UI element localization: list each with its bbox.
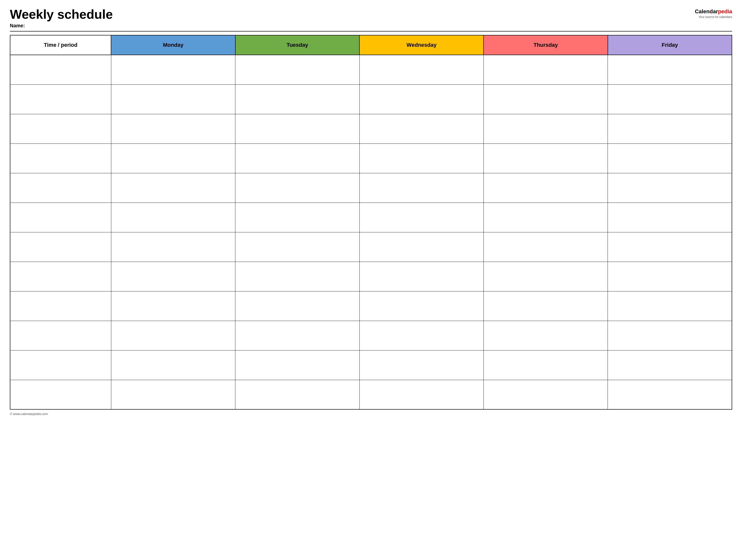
col-header-wednesday: Wednesday xyxy=(360,35,483,55)
schedule-cell[interactable] xyxy=(360,114,483,144)
schedule-cell[interactable] xyxy=(483,291,607,321)
schedule-cell[interactable] xyxy=(235,144,360,173)
schedule-cell[interactable] xyxy=(235,55,360,85)
schedule-cell[interactable] xyxy=(360,321,483,350)
schedule-cell[interactable] xyxy=(360,85,483,114)
schedule-cell[interactable] xyxy=(608,321,732,350)
schedule-cell[interactable] xyxy=(111,232,235,262)
schedule-cell[interactable] xyxy=(608,173,732,203)
schedule-cell[interactable] xyxy=(111,173,235,203)
time-cell[interactable] xyxy=(10,203,111,232)
table-row xyxy=(10,144,732,173)
schedule-cell[interactable] xyxy=(360,55,483,85)
schedule-cell[interactable] xyxy=(235,321,360,350)
col-header-tuesday: Tuesday xyxy=(235,35,360,55)
time-cell[interactable] xyxy=(10,350,111,380)
schedule-cell[interactable] xyxy=(235,350,360,380)
table-row xyxy=(10,291,732,321)
time-cell[interactable] xyxy=(10,291,111,321)
time-cell[interactable] xyxy=(10,262,111,291)
time-cell[interactable] xyxy=(10,55,111,85)
schedule-cell[interactable] xyxy=(111,262,235,291)
schedule-cell[interactable] xyxy=(360,144,483,173)
schedule-cell[interactable] xyxy=(483,173,607,203)
schedule-cell[interactable] xyxy=(608,144,732,173)
schedule-cell[interactable] xyxy=(608,262,732,291)
schedule-cell[interactable] xyxy=(111,55,235,85)
title-area: Weekly schedule Name: xyxy=(10,7,113,29)
time-cell[interactable] xyxy=(10,173,111,203)
logo-calendar: Calendar xyxy=(695,8,718,14)
table-row xyxy=(10,55,732,85)
table-row xyxy=(10,85,732,114)
schedule-cell[interactable] xyxy=(483,144,607,173)
schedule-cell[interactable] xyxy=(360,262,483,291)
schedule-cell[interactable] xyxy=(235,232,360,262)
table-row xyxy=(10,173,732,203)
table-row xyxy=(10,262,732,291)
table-row xyxy=(10,203,732,232)
schedule-cell[interactable] xyxy=(483,380,607,409)
time-cell[interactable] xyxy=(10,380,111,409)
schedule-cell[interactable] xyxy=(483,85,607,114)
schedule-cell[interactable] xyxy=(235,291,360,321)
schedule-cell[interactable] xyxy=(111,203,235,232)
schedule-cell[interactable] xyxy=(608,232,732,262)
table-row xyxy=(10,350,732,380)
schedule-cell[interactable] xyxy=(111,380,235,409)
weekly-schedule-table: Time / period Monday Tuesday Wednesday T… xyxy=(10,35,732,409)
logo-area: Calendarpedia Your source for calendars xyxy=(695,7,732,19)
schedule-cell[interactable] xyxy=(235,203,360,232)
schedule-cell[interactable] xyxy=(111,321,235,350)
schedule-cell[interactable] xyxy=(608,203,732,232)
schedule-cell[interactable] xyxy=(483,114,607,144)
schedule-cell[interactable] xyxy=(483,55,607,85)
header-row: Time / period Monday Tuesday Wednesday T… xyxy=(10,35,732,55)
schedule-cell[interactable] xyxy=(360,350,483,380)
schedule-cell[interactable] xyxy=(483,350,607,380)
logo-tagline: Your source for calendars xyxy=(699,15,732,19)
footer-text: © www.calendarpedia.com xyxy=(10,412,48,416)
name-label: Name: xyxy=(10,23,113,29)
time-cell[interactable] xyxy=(10,321,111,350)
schedule-cell[interactable] xyxy=(608,291,732,321)
schedule-cell[interactable] xyxy=(483,262,607,291)
schedule-cell[interactable] xyxy=(360,232,483,262)
schedule-cell[interactable] xyxy=(483,232,607,262)
schedule-cell[interactable] xyxy=(235,85,360,114)
schedule-cell[interactable] xyxy=(608,350,732,380)
header-divider xyxy=(10,31,732,32)
table-header: Time / period Monday Tuesday Wednesday T… xyxy=(10,35,732,55)
col-header-monday: Monday xyxy=(111,35,235,55)
schedule-cell[interactable] xyxy=(111,85,235,114)
schedule-cell[interactable] xyxy=(235,380,360,409)
footer: © www.calendarpedia.com xyxy=(10,412,732,416)
schedule-cell[interactable] xyxy=(360,380,483,409)
schedule-cell[interactable] xyxy=(111,291,235,321)
time-cell[interactable] xyxy=(10,85,111,114)
schedule-cell[interactable] xyxy=(360,173,483,203)
schedule-cell[interactable] xyxy=(235,114,360,144)
table-body xyxy=(10,55,732,409)
schedule-cell[interactable] xyxy=(235,262,360,291)
schedule-cell[interactable] xyxy=(235,173,360,203)
schedule-cell[interactable] xyxy=(360,203,483,232)
schedule-cell[interactable] xyxy=(483,203,607,232)
schedule-cell[interactable] xyxy=(111,350,235,380)
schedule-cell[interactable] xyxy=(483,321,607,350)
time-cell[interactable] xyxy=(10,144,111,173)
schedule-cell[interactable] xyxy=(111,114,235,144)
schedule-cell[interactable] xyxy=(608,55,732,85)
page-title: Weekly schedule xyxy=(10,7,113,21)
schedule-cell[interactable] xyxy=(111,144,235,173)
time-cell[interactable] xyxy=(10,114,111,144)
schedule-cell[interactable] xyxy=(608,114,732,144)
schedule-cell[interactable] xyxy=(608,85,732,114)
logo-text: Calendarpedia xyxy=(695,8,732,15)
schedule-cell[interactable] xyxy=(360,291,483,321)
col-header-friday: Friday xyxy=(608,35,732,55)
schedule-cell[interactable] xyxy=(608,380,732,409)
table-row xyxy=(10,321,732,350)
logo-pedia: pedia xyxy=(718,8,732,14)
time-cell[interactable] xyxy=(10,232,111,262)
